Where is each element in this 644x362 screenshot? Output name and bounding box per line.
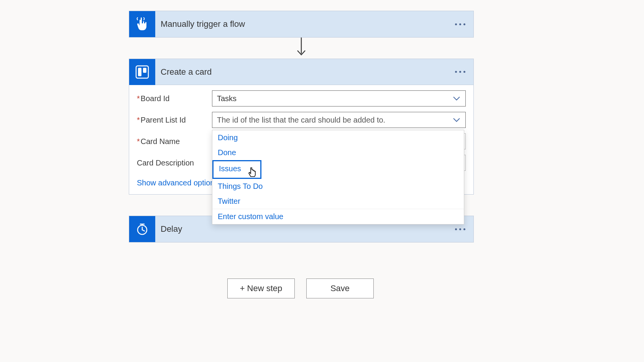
select-parent-list-id[interactable]: The id of the list that the card should … [212, 112, 466, 128]
delay-icon [129, 216, 155, 242]
step-trigger[interactable]: Manually trigger a flow [129, 11, 474, 38]
connector-arrow [129, 38, 474, 59]
step-delay-title: Delay [155, 224, 450, 234]
step-create-card-title: Create a card [155, 67, 450, 77]
ellipsis-icon [455, 23, 465, 25]
select-board-id[interactable]: Tasks [212, 90, 466, 106]
parent-list-dropdown[interactable]: Doing Done Issues Things To Do Twitter E… [212, 130, 464, 224]
footer-buttons: + New step Save [227, 278, 374, 298]
dropdown-option-doing[interactable]: Doing [212, 130, 464, 145]
manual-trigger-icon [129, 11, 155, 37]
svg-rect-2 [138, 68, 141, 76]
ellipsis-icon [455, 71, 465, 73]
dropdown-option-issues[interactable]: Issues [212, 160, 261, 179]
field-row-parent-list-id: *Parent List Id The id of the list that … [137, 112, 466, 128]
trello-icon [129, 59, 155, 85]
chevron-down-icon [452, 93, 462, 103]
chevron-down-icon [452, 115, 462, 125]
dropdown-option-done[interactable]: Done [212, 145, 464, 160]
step-create-card-header[interactable]: Create a card [129, 59, 473, 85]
dropdown-option-issues-wrap: Issues [212, 160, 464, 179]
step-trigger-header[interactable]: Manually trigger a flow [129, 11, 473, 37]
svg-line-7 [142, 230, 145, 231]
label-card-name: *Card Name [137, 137, 212, 146]
step-create-card-menu[interactable] [450, 64, 470, 80]
step-trigger-title: Manually trigger a flow [155, 19, 450, 29]
dropdown-option-things-to-do[interactable]: Things To Do [212, 179, 464, 194]
svg-rect-3 [143, 68, 146, 73]
dropdown-option-custom[interactable]: Enter custom value [212, 209, 464, 224]
step-trigger-menu[interactable] [450, 16, 470, 32]
label-card-description: Card Description [137, 159, 212, 167]
label-board-id: *Board Id [137, 94, 212, 103]
select-board-id-value: Tasks [217, 94, 237, 103]
dropdown-option-twitter[interactable]: Twitter [212, 194, 464, 209]
label-parent-list-id: *Parent List Id [137, 116, 212, 124]
save-button[interactable]: Save [306, 278, 374, 298]
svg-rect-1 [136, 66, 148, 78]
select-parent-list-id-placeholder: The id of the list that the card should … [217, 116, 385, 124]
field-row-board-id: *Board Id Tasks [137, 90, 466, 106]
ellipsis-icon [455, 228, 465, 230]
new-step-button[interactable]: + New step [227, 278, 295, 298]
